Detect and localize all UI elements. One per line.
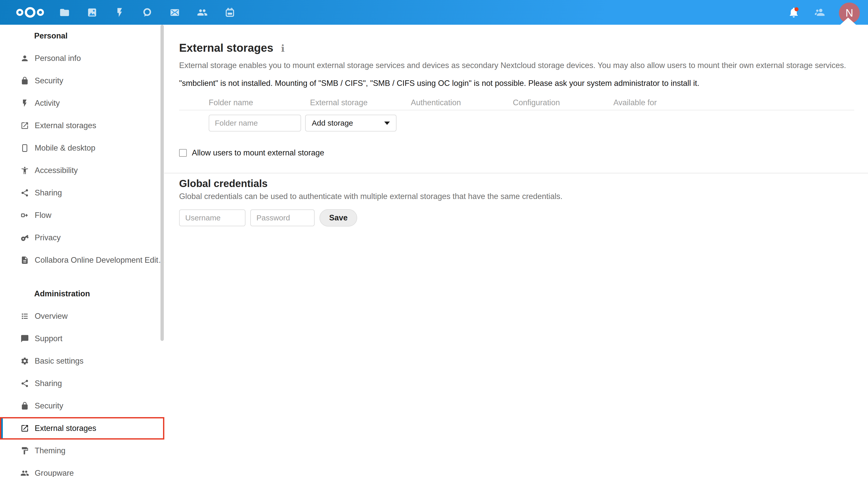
sidebar-item-label: Activity: [35, 99, 60, 108]
sidebar-item-overview[interactable]: Overview: [0, 305, 164, 328]
column-header-configuration: Configuration: [513, 98, 613, 107]
allow-users-checkbox[interactable]: [179, 149, 187, 157]
column-spacer: [179, 98, 209, 107]
sidebar-item-label: External storages: [35, 424, 96, 433]
global-credentials-form: Save: [179, 209, 854, 227]
sidebar-item-label: Flow: [35, 211, 51, 220]
photos-icon[interactable]: [87, 7, 97, 18]
sidebar-item-security[interactable]: Security: [0, 70, 164, 92]
sidebar-item-label: Security: [35, 76, 63, 86]
lock-icon: [21, 402, 29, 410]
contacts-icon[interactable]: [197, 7, 208, 18]
column-header-available-for: Available for: [613, 98, 854, 107]
sidebar-item-privacy[interactable]: Privacy: [0, 227, 164, 249]
add-storage-select-value: Add storage: [312, 119, 353, 127]
folder-name-input[interactable]: [209, 115, 301, 132]
allow-users-label: Allow users to mount external storage: [192, 148, 324, 158]
save-button[interactable]: Save: [319, 209, 357, 227]
sidebar-item-personal-info[interactable]: Personal info: [0, 47, 164, 70]
intro-text: External storage enables you to mount ex…: [179, 60, 854, 71]
sidebar-item-label: Security: [35, 401, 63, 410]
column-header-external-storage: External storage: [310, 98, 411, 107]
page-title: External storages: [179, 41, 273, 55]
groupware-icon: [21, 469, 29, 477]
sidebar-scrollbar[interactable]: [160, 25, 164, 341]
sidebar-item-flow[interactable]: Flow: [0, 204, 164, 227]
sidebar-item-mobile-desktop[interactable]: Mobile & desktop: [0, 137, 164, 159]
sidebar-item-label: Accessibility: [35, 166, 78, 175]
sidebar-item-theming[interactable]: Theming: [0, 440, 164, 462]
talk-icon[interactable]: [142, 7, 153, 18]
avatar-caret-icon: [840, 18, 856, 25]
calendar-icon[interactable]: [224, 7, 235, 18]
settings-nav: PersonalPersonal infoSecurityActivityExt…: [0, 25, 164, 477]
sidebar-item-label: External storages: [35, 121, 96, 130]
external-icon: [21, 424, 29, 433]
sidebar-item-label: Mobile & desktop: [35, 143, 95, 152]
overview-icon: [21, 312, 29, 320]
sidebar-item-label: Theming: [35, 446, 66, 455]
external-icon: [21, 121, 29, 130]
sidebar-item-sharing[interactable]: Sharing: [0, 372, 164, 395]
section-caption-personal: Personal: [0, 25, 164, 47]
flow-icon: [21, 211, 29, 219]
sidebar-item-basic-settings[interactable]: Basic settings: [0, 350, 164, 372]
key-icon: [21, 233, 29, 242]
nextcloud-settings-page: { "colors": { "accent": "#0082c9", "head…: [0, 0, 868, 477]
main-content: External storages i External storage ena…: [164, 25, 868, 477]
sidebar-item-label: Basic settings: [35, 356, 84, 366]
sidebar-item-activity[interactable]: Activity: [0, 92, 164, 114]
sidebar-item-accessibility[interactable]: Accessibility: [0, 159, 164, 182]
sidebar-item-groupware[interactable]: Groupware: [0, 462, 164, 477]
section-caption-administration: Administration: [0, 282, 164, 305]
sidebar-item-external-storages[interactable]: External storages: [0, 114, 164, 137]
activity-icon: [21, 99, 29, 107]
activity-icon[interactable]: [114, 7, 125, 18]
new-storage-row: Add storage: [179, 110, 854, 140]
smbclient-warning-text: "smbclient" is not installed. Mounting o…: [179, 78, 854, 89]
mobile-icon: [21, 144, 29, 152]
settings-icon: [21, 357, 29, 365]
top-header-bar: N: [0, 0, 868, 25]
mail-icon[interactable]: [169, 7, 180, 18]
sidebar-item-label: Overview: [35, 312, 68, 321]
external-storages-table: Folder name External storage Authenticat…: [179, 98, 854, 140]
sidebar-item-label: Support: [35, 334, 63, 343]
lock-icon: [21, 76, 29, 85]
theming-icon: [21, 446, 29, 455]
nextcloud-logo-icon[interactable]: [16, 6, 44, 18]
table-header-row: Folder name External storage Authenticat…: [179, 98, 854, 110]
column-header-folder-name: Folder name: [209, 98, 310, 107]
sidebar-item-label: Personal info: [35, 54, 81, 63]
sidebar-item-security[interactable]: Security: [0, 395, 164, 417]
sidebar-item-collabora-online-development-edit[interactable]: Collabora Online Development Edit…: [0, 249, 164, 271]
column-header-authentication: Authentication: [411, 98, 513, 107]
sidebar-item-label: Groupware: [35, 469, 74, 477]
global-credentials-title: Global credentials: [179, 177, 854, 190]
settings-sidebar: PersonalPersonal infoSecurityActivityExt…: [0, 25, 164, 477]
files-icon[interactable]: [59, 7, 70, 18]
sidebar-item-label: Collabora Online Development Edit…: [35, 255, 164, 265]
notifications-icon[interactable]: [788, 7, 800, 18]
user-icon: [21, 54, 29, 63]
add-storage-select[interactable]: Add storage: [305, 115, 397, 132]
sidebar-item-label: Sharing: [35, 188, 62, 198]
sidebar-item-label: Sharing: [35, 379, 62, 388]
share-icon: [21, 379, 29, 388]
password-input[interactable]: [250, 209, 315, 226]
info-icon[interactable]: i: [281, 42, 284, 54]
sidebar-item-label: Privacy: [35, 233, 61, 242]
document-icon: [21, 256, 29, 265]
global-credentials-description: Global credentials can be used to authen…: [179, 191, 854, 202]
support-icon: [21, 334, 29, 343]
sidebar-item-external-storages[interactable]: External storages: [0, 417, 164, 440]
section-divider: [164, 173, 868, 173]
sidebar-item-sharing[interactable]: Sharing: [0, 182, 164, 204]
accessibility-icon: [21, 166, 29, 175]
sidebar-item-support[interactable]: Support: [0, 328, 164, 350]
contacts-menu-icon[interactable]: [813, 7, 825, 18]
allow-users-row: Allow users to mount external storage: [179, 148, 854, 158]
chevron-down-icon: [384, 122, 390, 125]
share-icon: [21, 189, 29, 197]
username-input[interactable]: [179, 209, 245, 226]
